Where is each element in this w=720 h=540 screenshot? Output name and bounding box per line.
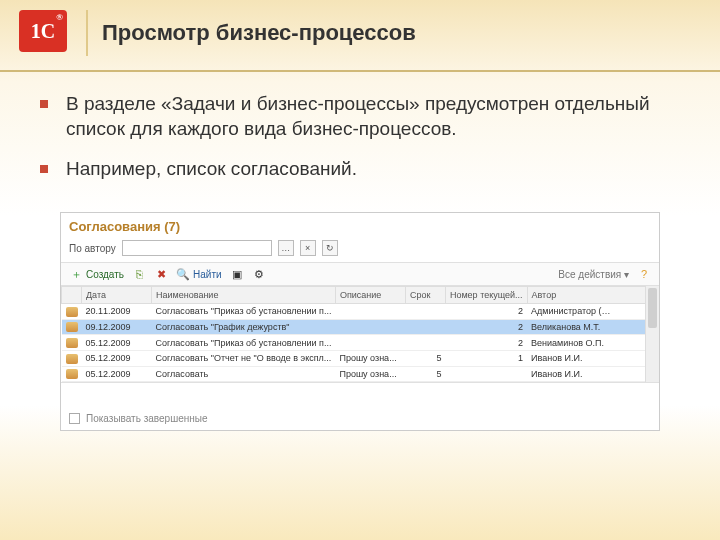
cell-num: 2 [445, 319, 527, 335]
create-button[interactable]: ＋ Создать [69, 267, 124, 281]
plus-icon: ＋ [69, 267, 83, 281]
data-table: Дата Наименование Описание Срок Номер те… [61, 286, 659, 382]
cell-date: 20.11.2009 [82, 304, 152, 320]
cell-author: Великанова М.Т. [527, 319, 658, 335]
cell-date: 05.12.2009 [82, 350, 152, 366]
find-button[interactable]: 🔍 Найти [176, 267, 222, 281]
app-screenshot: Согласования (7) По автору … × ↻ ＋ Созда… [60, 212, 660, 431]
cell-name: Согласовать "Приказ об установлении п... [152, 304, 336, 320]
cell-num: 2 [445, 304, 527, 320]
table-container: Дата Наименование Описание Срок Номер те… [61, 286, 659, 382]
cell-name: Согласовать "График дежурств" [152, 319, 336, 335]
table-row[interactable]: 05.12.2009СогласоватьПрошу озна...5Ивано… [62, 366, 659, 382]
cell-name: Согласовать [152, 366, 336, 382]
cell-num: 2 [445, 335, 527, 351]
cell-due: 5 [405, 350, 445, 366]
col-num[interactable]: Номер текущей... [445, 287, 527, 304]
cell-desc [335, 335, 405, 351]
search-icon: 🔍 [176, 267, 190, 281]
help-icon[interactable]: ? [637, 267, 651, 281]
cell-desc [335, 319, 405, 335]
toolbar: ＋ Создать ⎘ ✖ 🔍 Найти ▣ ⚙ Все действия ▾… [61, 263, 659, 286]
table-row[interactable]: 20.11.2009Согласовать "Приказ об установ… [62, 304, 659, 320]
all-actions-button[interactable]: Все действия ▾ [558, 269, 629, 280]
table-row[interactable]: 09.12.2009Согласовать "График дежурств"2… [62, 319, 659, 335]
show-completed-checkbox[interactable] [69, 413, 80, 424]
cell-author: Вениаминов О.П. [527, 335, 658, 351]
find-label: Найти [193, 269, 222, 280]
settings-icon[interactable]: ⚙ [252, 267, 266, 281]
table-row[interactable]: 05.12.2009Согласовать "Приказ об установ… [62, 335, 659, 351]
filter-label: По автору [69, 243, 116, 254]
cell-date: 05.12.2009 [82, 366, 152, 382]
col-date[interactable]: Дата [82, 287, 152, 304]
cell-num: 1 [445, 350, 527, 366]
bullet-text: В разделе «Задачи и бизнес-процессы» пре… [66, 92, 690, 141]
cell-due [405, 319, 445, 335]
cell-author: Администратор (… [527, 304, 658, 320]
filter-icon[interactable]: ▣ [230, 267, 244, 281]
cell-author: Иванов И.И. [527, 350, 658, 366]
row-icon [66, 338, 78, 348]
filter-clear-icon[interactable]: × [300, 240, 316, 256]
slide-header: 1С Просмотр бизнес-процессов [0, 0, 720, 72]
table-row[interactable]: 05.12.2009Согласовать "Отчет не "О вводе… [62, 350, 659, 366]
cell-due [405, 335, 445, 351]
col-icon[interactable] [62, 287, 82, 304]
bullet-item: В разделе «Задачи и бизнес-процессы» пре… [40, 92, 690, 141]
row-icon [66, 307, 78, 317]
cell-name: Согласовать "Отчет не "О вводе в экспл..… [152, 350, 336, 366]
bullet-item: Например, список согласований. [40, 157, 690, 182]
col-due[interactable]: Срок [405, 287, 445, 304]
cell-date: 05.12.2009 [82, 335, 152, 351]
col-name[interactable]: Наименование [152, 287, 336, 304]
copy-icon[interactable]: ⎘ [132, 267, 146, 281]
divider [86, 10, 88, 56]
cell-num [445, 366, 527, 382]
filter-pick-icon[interactable]: … [278, 240, 294, 256]
cell-name: Согласовать "Приказ об установлении п... [152, 335, 336, 351]
cell-desc: Прошу озна... [335, 366, 405, 382]
cell-desc: Прошу озна... [335, 350, 405, 366]
create-label: Создать [86, 269, 124, 280]
bullet-text: Например, список согласований. [66, 157, 357, 182]
col-author[interactable]: Автор [527, 287, 658, 304]
footer-label: Показывать завершенные [86, 413, 208, 424]
slide-title: Просмотр бизнес-процессов [102, 20, 416, 46]
logo: 1С [0, 10, 86, 56]
filter-input[interactable] [122, 240, 272, 256]
filter-refresh-icon[interactable]: ↻ [322, 240, 338, 256]
row-icon [66, 369, 78, 379]
row-icon [66, 354, 78, 364]
window-title: Согласования (7) [61, 213, 659, 236]
col-desc[interactable]: Описание [335, 287, 405, 304]
scrollbar-thumb[interactable] [648, 288, 657, 328]
cell-due [405, 304, 445, 320]
row-icon [66, 322, 78, 332]
cell-due: 5 [405, 366, 445, 382]
table-header-row: Дата Наименование Описание Срок Номер те… [62, 287, 659, 304]
bullet-list: В разделе «Задачи и бизнес-процессы» пре… [0, 78, 720, 208]
cell-desc [335, 304, 405, 320]
logo-1c: 1С [19, 10, 67, 52]
cell-author: Иванов И.И. [527, 366, 658, 382]
footer-bar: Показывать завершенные [61, 382, 659, 430]
bullet-marker [40, 100, 48, 108]
vertical-scrollbar[interactable] [645, 286, 659, 382]
all-actions-label: Все действия ▾ [558, 269, 629, 280]
cell-date: 09.12.2009 [82, 319, 152, 335]
delete-icon[interactable]: ✖ [154, 267, 168, 281]
filter-bar: По автору … × ↻ [61, 236, 659, 263]
bullet-marker [40, 165, 48, 173]
